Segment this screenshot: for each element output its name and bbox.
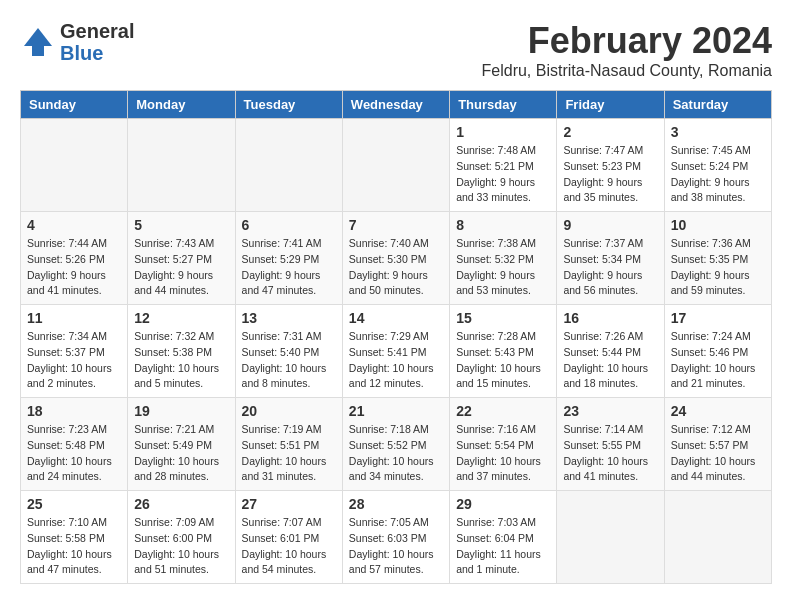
calendar-cell: [235, 119, 342, 212]
day-number: 9: [563, 217, 657, 233]
day-info: Sunrise: 7:05 AM Sunset: 6:03 PM Dayligh…: [349, 515, 443, 578]
calendar-cell: 1Sunrise: 7:48 AM Sunset: 5:21 PM Daylig…: [450, 119, 557, 212]
calendar-cell: 4Sunrise: 7:44 AM Sunset: 5:26 PM Daylig…: [21, 212, 128, 305]
calendar-cell: [557, 491, 664, 584]
calendar-cell: 20Sunrise: 7:19 AM Sunset: 5:51 PM Dayli…: [235, 398, 342, 491]
calendar-cell: 24Sunrise: 7:12 AM Sunset: 5:57 PM Dayli…: [664, 398, 771, 491]
day-number: 28: [349, 496, 443, 512]
day-info: Sunrise: 7:41 AM Sunset: 5:29 PM Dayligh…: [242, 236, 336, 299]
page-subtitle: Feldru, Bistrita-Nasaud County, Romania: [482, 62, 773, 80]
calendar-header-row: SundayMondayTuesdayWednesdayThursdayFrid…: [21, 91, 772, 119]
day-info: Sunrise: 7:26 AM Sunset: 5:44 PM Dayligh…: [563, 329, 657, 392]
day-info: Sunrise: 7:48 AM Sunset: 5:21 PM Dayligh…: [456, 143, 550, 206]
day-info: Sunrise: 7:19 AM Sunset: 5:51 PM Dayligh…: [242, 422, 336, 485]
calendar-cell: 13Sunrise: 7:31 AM Sunset: 5:40 PM Dayli…: [235, 305, 342, 398]
day-number: 6: [242, 217, 336, 233]
day-info: Sunrise: 7:47 AM Sunset: 5:23 PM Dayligh…: [563, 143, 657, 206]
day-info: Sunrise: 7:37 AM Sunset: 5:34 PM Dayligh…: [563, 236, 657, 299]
logo-blue: Blue: [60, 42, 134, 64]
calendar-week-row: 1Sunrise: 7:48 AM Sunset: 5:21 PM Daylig…: [21, 119, 772, 212]
calendar-week-row: 25Sunrise: 7:10 AM Sunset: 5:58 PM Dayli…: [21, 491, 772, 584]
calendar-week-row: 11Sunrise: 7:34 AM Sunset: 5:37 PM Dayli…: [21, 305, 772, 398]
calendar-cell: 17Sunrise: 7:24 AM Sunset: 5:46 PM Dayli…: [664, 305, 771, 398]
calendar-cell: 19Sunrise: 7:21 AM Sunset: 5:49 PM Dayli…: [128, 398, 235, 491]
day-number: 13: [242, 310, 336, 326]
logo: General Blue: [20, 20, 134, 64]
page-title: February 2024: [482, 20, 773, 62]
calendar-cell: 9Sunrise: 7:37 AM Sunset: 5:34 PM Daylig…: [557, 212, 664, 305]
day-info: Sunrise: 7:21 AM Sunset: 5:49 PM Dayligh…: [134, 422, 228, 485]
day-info: Sunrise: 7:12 AM Sunset: 5:57 PM Dayligh…: [671, 422, 765, 485]
calendar-header-wednesday: Wednesday: [342, 91, 449, 119]
day-number: 11: [27, 310, 121, 326]
day-number: 23: [563, 403, 657, 419]
day-number: 16: [563, 310, 657, 326]
calendar-cell: 15Sunrise: 7:28 AM Sunset: 5:43 PM Dayli…: [450, 305, 557, 398]
day-info: Sunrise: 7:09 AM Sunset: 6:00 PM Dayligh…: [134, 515, 228, 578]
calendar-cell: [21, 119, 128, 212]
day-info: Sunrise: 7:10 AM Sunset: 5:58 PM Dayligh…: [27, 515, 121, 578]
calendar-cell: 18Sunrise: 7:23 AM Sunset: 5:48 PM Dayli…: [21, 398, 128, 491]
day-info: Sunrise: 7:38 AM Sunset: 5:32 PM Dayligh…: [456, 236, 550, 299]
day-info: Sunrise: 7:18 AM Sunset: 5:52 PM Dayligh…: [349, 422, 443, 485]
day-info: Sunrise: 7:24 AM Sunset: 5:46 PM Dayligh…: [671, 329, 765, 392]
calendar-cell: 3Sunrise: 7:45 AM Sunset: 5:24 PM Daylig…: [664, 119, 771, 212]
day-number: 22: [456, 403, 550, 419]
calendar-cell: 11Sunrise: 7:34 AM Sunset: 5:37 PM Dayli…: [21, 305, 128, 398]
day-info: Sunrise: 7:40 AM Sunset: 5:30 PM Dayligh…: [349, 236, 443, 299]
calendar-cell: 21Sunrise: 7:18 AM Sunset: 5:52 PM Dayli…: [342, 398, 449, 491]
calendar-cell: 27Sunrise: 7:07 AM Sunset: 6:01 PM Dayli…: [235, 491, 342, 584]
calendar-header-thursday: Thursday: [450, 91, 557, 119]
day-number: 5: [134, 217, 228, 233]
calendar-cell: 6Sunrise: 7:41 AM Sunset: 5:29 PM Daylig…: [235, 212, 342, 305]
calendar-cell: 2Sunrise: 7:47 AM Sunset: 5:23 PM Daylig…: [557, 119, 664, 212]
day-number: 29: [456, 496, 550, 512]
day-number: 14: [349, 310, 443, 326]
calendar-cell: 8Sunrise: 7:38 AM Sunset: 5:32 PM Daylig…: [450, 212, 557, 305]
calendar-header-monday: Monday: [128, 91, 235, 119]
day-info: Sunrise: 7:32 AM Sunset: 5:38 PM Dayligh…: [134, 329, 228, 392]
day-number: 4: [27, 217, 121, 233]
day-info: Sunrise: 7:28 AM Sunset: 5:43 PM Dayligh…: [456, 329, 550, 392]
calendar-header-saturday: Saturday: [664, 91, 771, 119]
calendar-cell: 16Sunrise: 7:26 AM Sunset: 5:44 PM Dayli…: [557, 305, 664, 398]
calendar-cell: 14Sunrise: 7:29 AM Sunset: 5:41 PM Dayli…: [342, 305, 449, 398]
calendar-cell: 12Sunrise: 7:32 AM Sunset: 5:38 PM Dayli…: [128, 305, 235, 398]
day-number: 7: [349, 217, 443, 233]
day-number: 25: [27, 496, 121, 512]
day-number: 8: [456, 217, 550, 233]
day-number: 12: [134, 310, 228, 326]
day-number: 26: [134, 496, 228, 512]
day-info: Sunrise: 7:07 AM Sunset: 6:01 PM Dayligh…: [242, 515, 336, 578]
day-number: 17: [671, 310, 765, 326]
day-info: Sunrise: 7:45 AM Sunset: 5:24 PM Dayligh…: [671, 143, 765, 206]
calendar-cell: 22Sunrise: 7:16 AM Sunset: 5:54 PM Dayli…: [450, 398, 557, 491]
calendar-week-row: 4Sunrise: 7:44 AM Sunset: 5:26 PM Daylig…: [21, 212, 772, 305]
calendar-table: SundayMondayTuesdayWednesdayThursdayFrid…: [20, 90, 772, 584]
day-info: Sunrise: 7:43 AM Sunset: 5:27 PM Dayligh…: [134, 236, 228, 299]
day-info: Sunrise: 7:23 AM Sunset: 5:48 PM Dayligh…: [27, 422, 121, 485]
calendar-header-friday: Friday: [557, 91, 664, 119]
day-info: Sunrise: 7:31 AM Sunset: 5:40 PM Dayligh…: [242, 329, 336, 392]
calendar-cell: [664, 491, 771, 584]
day-info: Sunrise: 7:44 AM Sunset: 5:26 PM Dayligh…: [27, 236, 121, 299]
day-number: 19: [134, 403, 228, 419]
page-header: General Blue February 2024 Feldru, Bistr…: [20, 20, 772, 80]
logo-icon: [20, 24, 56, 60]
calendar-week-row: 18Sunrise: 7:23 AM Sunset: 5:48 PM Dayli…: [21, 398, 772, 491]
calendar-cell: [128, 119, 235, 212]
day-info: Sunrise: 7:14 AM Sunset: 5:55 PM Dayligh…: [563, 422, 657, 485]
day-number: 15: [456, 310, 550, 326]
day-info: Sunrise: 7:16 AM Sunset: 5:54 PM Dayligh…: [456, 422, 550, 485]
day-number: 20: [242, 403, 336, 419]
day-number: 27: [242, 496, 336, 512]
calendar-cell: 26Sunrise: 7:09 AM Sunset: 6:00 PM Dayli…: [128, 491, 235, 584]
calendar-cell: 7Sunrise: 7:40 AM Sunset: 5:30 PM Daylig…: [342, 212, 449, 305]
calendar-cell: 28Sunrise: 7:05 AM Sunset: 6:03 PM Dayli…: [342, 491, 449, 584]
day-number: 18: [27, 403, 121, 419]
calendar-cell: 25Sunrise: 7:10 AM Sunset: 5:58 PM Dayli…: [21, 491, 128, 584]
calendar-cell: 10Sunrise: 7:36 AM Sunset: 5:35 PM Dayli…: [664, 212, 771, 305]
svg-rect-2: [32, 46, 44, 56]
calendar-cell: 5Sunrise: 7:43 AM Sunset: 5:27 PM Daylig…: [128, 212, 235, 305]
calendar-header-tuesday: Tuesday: [235, 91, 342, 119]
